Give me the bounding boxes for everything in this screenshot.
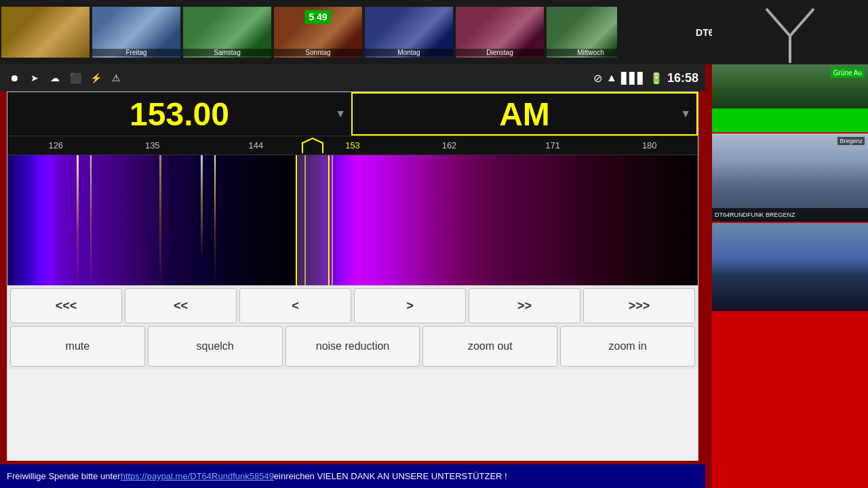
tune-step-left-button[interactable]: < — [239, 288, 351, 323]
sdr-app: 153.00 ▼ AM ▼ 126 135 144 153 162 171 18… — [7, 92, 698, 461]
status-icons-right: ⊘ ▲ ▋▋▋ 🔋 16:58 — [593, 71, 698, 85]
right-thumb-1-green-bar — [712, 108, 868, 132]
band-arrow-svg — [299, 136, 340, 155]
freq-marker-180: 180 — [642, 140, 657, 150]
svg-line-1 — [766, 9, 790, 36]
zoom-in-button[interactable]: zoom in — [560, 326, 695, 367]
no-signal-icon: ⊘ — [593, 72, 602, 85]
mute-button[interactable]: mute — [10, 326, 145, 367]
right-thumbnail-2: Bregenz DT64RUNDFUNK BREGENZ — [712, 134, 868, 222]
thumb-label-4: Montag — [365, 49, 453, 56]
thumb-label-2: Samstag — [183, 49, 271, 56]
nav-buttons-row: <<< << < > >> >>> — [10, 288, 695, 323]
signal-line-4 — [201, 155, 203, 285]
right-thumbnail-3 — [712, 223, 868, 311]
selected-signal-right — [332, 155, 333, 285]
city-buildings-bg — [712, 223, 868, 311]
battery-icon: 🔋 — [650, 72, 663, 85]
right-thumbnail-1: Grüne Au — [712, 64, 868, 132]
thumbnail-2[interactable]: Samstag — [183, 7, 271, 58]
thumb-label-6: Mittwoch — [547, 49, 617, 56]
freq-marker-144: 144 — [249, 140, 264, 150]
freq-marker-126: 126 — [48, 140, 63, 150]
navigation-icon: ➤ — [27, 70, 42, 85]
right-panel: Grüne Au Bregenz DT64RUNDFUNK BREGENZ — [712, 0, 868, 488]
clock-display: 16:58 — [667, 71, 698, 85]
frequency-scale: 126 135 144 153 162 171 180 — [7, 136, 698, 155]
cloud-icon: ☁ — [47, 70, 62, 85]
svg-line-2 — [790, 9, 814, 36]
mode-dropdown-icon[interactable]: ▼ — [680, 108, 691, 120]
warning-icon: ⚠ — [108, 70, 123, 85]
freq-marker-153: 153 — [345, 140, 360, 150]
signal-left — [7, 155, 299, 285]
frequency-display[interactable]: 153.00 ▼ — [7, 92, 353, 136]
freq-row: 153.00 ▼ AM ▼ — [7, 92, 698, 136]
zoom-out-button[interactable]: zoom out — [422, 326, 557, 367]
freq-marker-162: 162 — [442, 140, 457, 150]
mode-value: AM — [499, 96, 550, 133]
selected-band — [296, 155, 330, 285]
antenna-icon — [763, 0, 817, 64]
donation-text-before: Freiwillige Spende bitte unter — [7, 471, 121, 481]
donation-link[interactable]: https://paypal.me/DT64Rundfunk58549 — [121, 471, 274, 481]
signal-line-3 — [159, 155, 161, 285]
thumbnail-0[interactable] — [1, 7, 90, 58]
freq-marker-171: 171 — [545, 140, 560, 150]
thumbnail-4[interactable]: Montag — [365, 7, 453, 58]
status-icons-left: ⏺ ➤ ☁ ⬛ ⚡ ⚠ — [7, 70, 123, 85]
tablet-icon: ⬛ — [68, 70, 83, 85]
thumbnail-5[interactable]: Dienstag — [456, 7, 544, 58]
right-top-area — [712, 0, 868, 64]
controls-area: <<< << < > >> >>> mute squelch noise red… — [7, 285, 698, 369]
mode-display[interactable]: AM ▼ — [351, 92, 698, 136]
squelch-button[interactable]: squelch — [148, 326, 283, 367]
frequency-dropdown-icon[interactable]: ▼ — [335, 108, 346, 120]
bregenzer-label: Grüne Au — [831, 68, 865, 78]
thumbnail-strip: Freitag Samstag 5 49 Sonntag Montag Dien… — [0, 0, 617, 64]
noise-reduction-button[interactable]: noise reduction — [285, 326, 420, 367]
thumbnail-1[interactable]: Freitag — [92, 7, 180, 58]
thumbnail-3[interactable]: 5 49 Sonntag — [274, 7, 362, 58]
func-buttons-row: mute squelch noise reduction zoom out zo… — [10, 326, 695, 367]
waterfall-display[interactable] — [7, 155, 698, 285]
donation-bar: Freiwillige Spende bitte unter https://p… — [0, 464, 705, 488]
tune-step-right-button[interactable]: > — [354, 288, 466, 323]
dt64-banner: DT64RUNDFUNK BREGENZ — [712, 208, 868, 222]
bregenz-city-label: Bregenz — [837, 137, 865, 145]
signal-bars-icon: ▋▋▋ — [621, 72, 646, 85]
thumb-label-1: Freitag — [92, 49, 180, 56]
signal-line-1 — [77, 155, 79, 285]
thumb-label-5: Dienstag — [456, 49, 544, 56]
spectrum-container[interactable]: 126 135 144 153 162 171 180 — [7, 136, 698, 285]
power-icon: ⚡ — [88, 70, 103, 85]
wifi-icon: ▲ — [606, 72, 617, 84]
signal-line-5 — [214, 155, 216, 285]
signal-line-2 — [90, 155, 92, 285]
thumb-label-3: Sonntag — [274, 49, 362, 56]
donation-text-after: einreichen VIELEN DANK AN UNSERE UNTERST… — [274, 471, 507, 481]
signal-right — [298, 155, 698, 285]
thumb-time-3: 5 49 — [304, 10, 331, 24]
tune-far-left-button[interactable]: <<< — [10, 288, 122, 323]
frequency-value: 153.00 — [130, 96, 229, 133]
tune-left-button[interactable]: << — [125, 288, 237, 323]
tune-far-right-button[interactable]: >>> — [583, 288, 695, 323]
selected-signal-left — [304, 155, 306, 285]
status-bar: ⏺ ➤ ☁ ⬛ ⚡ ⚠ ⊘ ▲ ▋▋▋ 🔋 16:58 — [0, 64, 705, 92]
tune-right-button[interactable]: >> — [469, 288, 580, 323]
freq-marker-135: 135 — [145, 140, 160, 150]
record-icon: ⏺ — [7, 70, 22, 85]
thumbnail-6[interactable]: Mittwoch — [547, 7, 617, 58]
